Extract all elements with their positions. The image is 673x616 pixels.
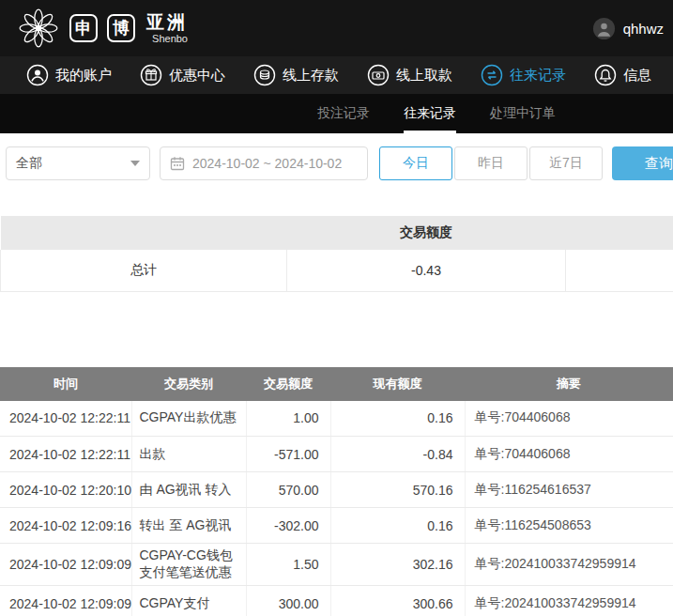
brand-region-label: 亚洲: [146, 13, 188, 31]
brand-logo[interactable]: 申 博 亚洲 Shenbo: [17, 7, 188, 50]
nav-item-label: 往来记录: [510, 67, 566, 85]
withdraw-banknote-icon: [367, 64, 390, 86]
cell-balance: 0.16: [330, 508, 465, 544]
cell-time: 2024-10-02 12:09:09: [0, 586, 131, 616]
account-icon: [26, 64, 49, 86]
summary-total-empty: [566, 250, 673, 291]
cell-memo: 单号:704406068: [465, 437, 673, 472]
summary-header-empty-2: [566, 216, 673, 250]
nav-item-label: 我的账户: [55, 67, 112, 85]
cell-time: 2024-10-02 12:09:09: [0, 544, 131, 586]
records-header-row: 时间 交易类别 交易额度 现有额度 摘要: [0, 367, 673, 401]
cell-type: CGPAY支付: [131, 586, 246, 616]
records-tab-bar: 投注记录 往来记录 处理中订单: [0, 94, 673, 133]
calendar-icon: [170, 156, 185, 171]
nav-item-withdraw[interactable]: 线上取款: [367, 64, 452, 86]
cell-time: 2024-10-02 12:22:11: [0, 437, 131, 472]
exchange-records-icon: [481, 64, 503, 86]
cell-memo: 单号:116254508653: [465, 508, 673, 544]
cell-amount: 1.50: [246, 544, 330, 586]
main-navigation: 我的账户 优惠中心 线上存款 线上取款 往来记录: [0, 56, 673, 94]
query-button[interactable]: 查询: [612, 146, 673, 180]
gift-icon: [140, 64, 162, 86]
nav-item-promotions[interactable]: 优惠中心: [140, 64, 225, 86]
col-amount: 交易额度: [246, 367, 330, 401]
cell-time: 2024-10-02 12:20:10: [0, 472, 131, 508]
nav-item-label: 信息: [623, 67, 651, 85]
nav-item-messages[interactable]: 信息: [594, 64, 651, 86]
table-row: 2024-10-02 12:09:09 CGPAY支付 300.00 300.6…: [0, 586, 673, 616]
table-row: 2024-10-02 12:22:11 出款 -571.00 -0.84 单号:…: [0, 437, 673, 472]
cell-type: 转出 至 AG视讯: [131, 508, 246, 544]
col-time: 时间: [0, 367, 131, 401]
cell-amount: 1.00: [246, 401, 330, 437]
cell-balance: 300.66: [330, 586, 465, 616]
col-memo: 摘要: [465, 367, 673, 401]
table-row: 2024-10-02 12:20:10 由 AG视讯 转入 570.00 570…: [0, 472, 673, 508]
nav-item-label: 优惠中心: [169, 67, 225, 85]
cell-amount: -571.00: [246, 437, 330, 472]
last-7-days-button[interactable]: 近7日: [529, 146, 603, 180]
cell-memo: 单号:704406068: [465, 401, 673, 437]
top-header: 申 博 亚洲 Shenbo qhhwz: [0, 0, 673, 56]
cell-amount: 300.00: [246, 586, 330, 616]
cell-type: 出款: [131, 437, 246, 472]
user-avatar-icon: [592, 17, 616, 40]
summary-table: 交易额度 总计 -0.43: [0, 216, 673, 292]
type-select-value: 全部: [16, 155, 42, 172]
transaction-records-page: 申 博 亚洲 Shenbo qhhwz 我的账户: [0, 0, 673, 616]
nav-item-label: 线上存款: [283, 67, 339, 85]
tab-processing-orders[interactable]: 处理中订单: [490, 94, 556, 133]
cell-time: 2024-10-02 12:09:16: [0, 508, 131, 544]
cell-balance: -0.84: [330, 437, 465, 472]
chevron-down-icon: [130, 161, 140, 166]
user-account[interactable]: qhhwz: [592, 17, 664, 40]
table-row: 2024-10-02 12:09:09 CGPAY-CG钱包支付笔笔送优惠 1.…: [0, 544, 673, 586]
summary-total-value: -0.43: [287, 250, 566, 291]
cell-type: 由 AG视讯 转入: [131, 472, 246, 508]
cell-balance: 302.16: [330, 544, 465, 586]
tab-transaction-records[interactable]: 往来记录: [404, 94, 456, 133]
filter-bar: 全部 2024-10-02 ~ 2024-10-02 今日 昨日 近7日 查询: [0, 133, 673, 180]
today-button[interactable]: 今日: [379, 146, 452, 180]
cell-amount: -302.00: [246, 508, 330, 544]
nav-item-deposit[interactable]: 线上存款: [253, 64, 339, 86]
cell-type: CGPAY出款优惠: [131, 401, 246, 437]
nav-item-my-account[interactable]: 我的账户: [26, 64, 112, 86]
date-range-value: 2024-10-02 ~ 2024-10-02: [192, 156, 342, 171]
cell-type: CGPAY-CG钱包支付笔笔送优惠: [131, 544, 246, 586]
nav-item-label: 线上取款: [396, 67, 452, 85]
summary-total-row: 总计 -0.43: [1, 250, 673, 291]
cell-memo: 单号:202410033742959914: [465, 586, 673, 616]
cell-balance: 570.16: [330, 472, 465, 508]
cell-memo: 单号:116254616537: [465, 472, 673, 508]
summary-header-empty: [1, 216, 287, 250]
col-balance: 现有额度: [330, 367, 465, 401]
cell-balance: 0.16: [330, 401, 465, 437]
brand-english-label: Shenbo: [146, 34, 188, 44]
flower-logo-icon: [17, 7, 60, 50]
yesterday-button[interactable]: 昨日: [454, 146, 528, 180]
records-table: 时间 交易类别 交易额度 现有额度 摘要 2024-10-02 12:22:11…: [0, 367, 673, 616]
table-row: 2024-10-02 12:22:11 CGPAY出款优惠 1.00 0.16 …: [0, 401, 673, 437]
cell-memo: 单号:202410033742959914: [465, 544, 673, 586]
tab-bet-records[interactable]: 投注记录: [317, 94, 370, 133]
type-select[interactable]: 全部: [6, 146, 150, 180]
brand-text: 亚洲 Shenbo: [146, 13, 188, 44]
nav-item-transaction-records[interactable]: 往来记录: [481, 64, 566, 86]
username-label: qhhwz: [623, 21, 664, 37]
cell-amount: 570.00: [246, 472, 330, 508]
col-type: 交易类别: [131, 367, 246, 401]
brand-char-bo: 博: [107, 14, 135, 42]
summary-total-label: 总计: [1, 250, 287, 291]
summary-header-row: 交易额度: [1, 216, 673, 250]
date-range-input[interactable]: 2024-10-02 ~ 2024-10-02: [160, 146, 368, 180]
deposit-coins-icon: [253, 64, 276, 86]
bell-icon: [594, 64, 617, 86]
summary-header-amount: 交易额度: [287, 216, 566, 250]
cell-time: 2024-10-02 12:22:11: [0, 401, 131, 437]
table-row: 2024-10-02 12:09:16 转出 至 AG视讯 -302.00 0.…: [0, 508, 673, 544]
brand-char-shen: 申: [69, 14, 98, 42]
